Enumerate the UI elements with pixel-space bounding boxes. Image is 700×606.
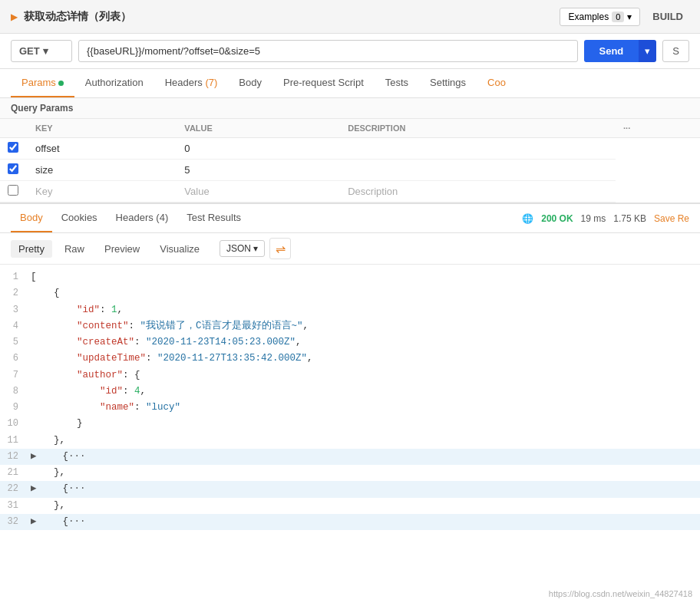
- tab-body[interactable]: Body: [228, 69, 272, 97]
- col-checkbox: [0, 119, 28, 138]
- send-button[interactable]: Send: [584, 40, 639, 62]
- url-bar: GET ▾ Send ▾ S: [0, 34, 700, 69]
- method-selector[interactable]: GET ▾: [11, 40, 72, 62]
- row1-checkbox-cell: [0, 138, 28, 160]
- request-title: 获取动态详情（列表）: [24, 10, 131, 24]
- url-input[interactable]: [78, 40, 578, 62]
- send-dropdown-button[interactable]: ▾: [639, 40, 656, 62]
- row3-value[interactable]: Value: [177, 181, 340, 203]
- row2-value[interactable]: 5: [177, 160, 340, 181]
- json-line: 6 "updateTime": "2020-11-27T13:35:42.000…: [0, 351, 700, 367]
- format-pretty-button[interactable]: Pretty: [11, 240, 52, 258]
- examples-count: 0: [612, 12, 624, 22]
- format-type-selector[interactable]: JSON ▾: [220, 240, 265, 257]
- tab-response-testresults[interactable]: Test Results: [177, 204, 250, 232]
- tab-response-cookies[interactable]: Cookies: [52, 204, 107, 232]
- wrap-button[interactable]: ⇌: [269, 238, 291, 259]
- top-bar-left: ▶ 获取动态详情（列表）: [11, 10, 131, 24]
- row3-key[interactable]: Key: [28, 181, 177, 203]
- format-visualize-button[interactable]: Visualize: [152, 240, 207, 258]
- json-line: 7 "author": {: [0, 367, 700, 384]
- query-params-table: KEY VALUE DESCRIPTION ··· offset 0 size …: [0, 119, 700, 203]
- json-line-collapsed[interactable]: 22 ▶ {···: [0, 481, 700, 497]
- request-tabs: Params Authorization Headers (7) Body Pr…: [0, 69, 700, 98]
- json-line: 8 "id": 4,: [0, 384, 700, 400]
- tab-params[interactable]: Params: [11, 69, 74, 97]
- col-more[interactable]: ···: [616, 119, 700, 138]
- json-line: 1 [: [0, 269, 700, 285]
- json-line: 10 }: [0, 416, 700, 432]
- col-key-header: KEY: [28, 119, 177, 138]
- json-line: 21 },: [0, 465, 700, 481]
- col-value-header: VALUE: [177, 119, 340, 138]
- row3-description: Description: [340, 181, 616, 203]
- expand-arrow-icon[interactable]: ▶: [11, 12, 18, 22]
- top-bar-right: Examples 0 ▾ BUILD: [560, 8, 689, 26]
- response-section: Body Cookies Headers (4) Test Results 🌐 …: [0, 203, 700, 233]
- row1-value[interactable]: 0: [177, 138, 340, 160]
- method-dropdown-icon: ▾: [43, 45, 48, 57]
- format-preview-button[interactable]: Preview: [97, 240, 147, 258]
- query-params-header: Query Params: [0, 98, 700, 119]
- row1-description: [340, 138, 616, 160]
- json-line: 4 "content": "我说错了，C语言才是最好的语言~",: [0, 318, 700, 334]
- save-response-button[interactable]: Save Re: [654, 213, 689, 224]
- tab-headers[interactable]: Headers (7): [154, 69, 229, 97]
- row2-key[interactable]: size: [28, 160, 177, 181]
- json-line: 5 "createAt": "2020-11-23T14:05:23.000Z"…: [0, 334, 700, 351]
- table-row: size 5: [0, 160, 700, 181]
- tab-settings[interactable]: Settings: [419, 69, 477, 97]
- json-line: 11 },: [0, 433, 700, 449]
- json-line-collapsed[interactable]: 32 ▶ {···: [0, 514, 700, 530]
- format-raw-button[interactable]: Raw: [57, 240, 92, 258]
- send-button-group: Send ▾: [584, 40, 657, 62]
- tab-response-body[interactable]: Body: [11, 204, 52, 232]
- globe-icon: 🌐: [522, 213, 533, 224]
- save-button[interactable]: S: [662, 40, 689, 62]
- response-size: 1.75 KB: [613, 213, 646, 224]
- tab-authorization[interactable]: Authorization: [74, 69, 154, 97]
- json-body: 1 [ 2 { 3 "id": 1, 4 "content": "我说错了，C语…: [0, 265, 700, 535]
- tab-tests[interactable]: Tests: [375, 69, 419, 97]
- build-button[interactable]: BUILD: [646, 8, 689, 25]
- format-dropdown-icon: ▾: [253, 243, 258, 254]
- top-bar: ▶ 获取动态详情（列表） Examples 0 ▾ BUILD: [0, 0, 700, 34]
- row3-checkbox[interactable]: [8, 185, 18, 196]
- params-dot: [58, 81, 64, 86]
- json-line: 2 {: [0, 285, 700, 301]
- examples-label: Examples: [568, 12, 609, 22]
- headers-badge: (7): [205, 77, 217, 88]
- examples-button[interactable]: Examples 0 ▾: [560, 8, 640, 26]
- json-line-collapsed[interactable]: 12 ▶ {···: [0, 449, 700, 465]
- json-line: 31 },: [0, 498, 700, 514]
- row1-key[interactable]: offset: [28, 138, 177, 160]
- dropdown-arrow-icon: ▾: [627, 12, 632, 22]
- row2-checkbox-cell: [0, 160, 28, 181]
- json-line: 3 "id": 1,: [0, 302, 700, 318]
- col-desc-header: DESCRIPTION: [340, 119, 616, 138]
- row1-checkbox[interactable]: [8, 142, 18, 153]
- format-type-label: JSON: [226, 243, 251, 254]
- table-row: offset 0: [0, 138, 700, 160]
- row3-checkbox-cell: [0, 181, 28, 203]
- format-bar: Pretty Raw Preview Visualize JSON ▾ ⇌: [0, 233, 700, 265]
- method-label: GET: [19, 45, 40, 57]
- row2-checkbox[interactable]: [8, 163, 18, 174]
- row2-description: [340, 160, 616, 181]
- status-badge: 200 OK: [541, 213, 573, 224]
- table-row: Key Value Description: [0, 181, 700, 203]
- response-meta: 🌐 200 OK 19 ms 1.75 KB Save Re: [522, 213, 689, 224]
- tab-response-headers[interactable]: Headers (4): [107, 204, 178, 232]
- response-time: 19 ms: [581, 213, 606, 224]
- tab-cookies-req[interactable]: Coo: [477, 69, 517, 97]
- response-tabs: Body Cookies Headers (4) Test Results: [11, 204, 250, 232]
- tab-prerequest[interactable]: Pre-request Script: [272, 69, 375, 97]
- json-line: 9 "name": "lucy": [0, 400, 700, 416]
